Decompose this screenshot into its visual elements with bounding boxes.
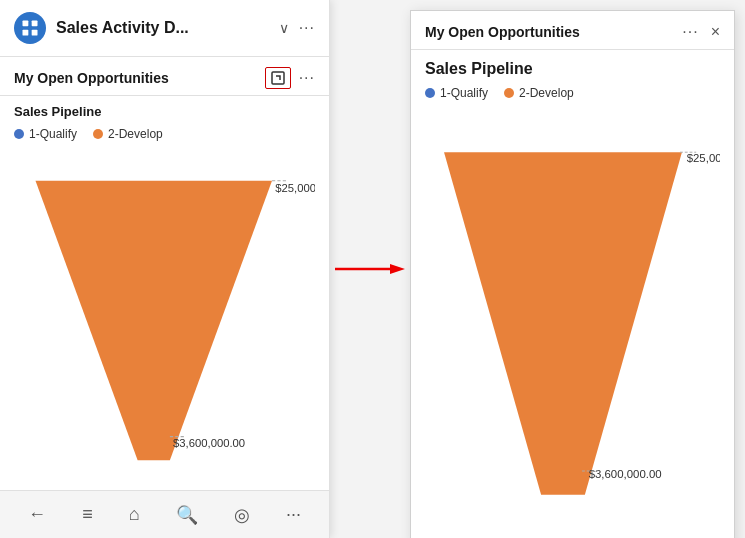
svg-rect-2 (23, 30, 29, 36)
app-title: Sales Activity D... (56, 19, 273, 37)
right-funnel-chart: $25,000.0 $3,600,000.00 (425, 110, 720, 537)
svg-rect-0 (23, 21, 29, 27)
left-header: Sales Activity D... ∨ ··· (0, 0, 329, 57)
svg-rect-1 (32, 21, 38, 27)
right-qualify-label: 1-Qualify (440, 86, 488, 100)
expand-arrow (335, 259, 405, 279)
svg-marker-5 (36, 181, 273, 461)
left-chart-area: $25,000.0 $3,600,000.00 (0, 147, 329, 490)
svg-marker-12 (444, 152, 682, 495)
left-legend: 1-Qualify 2-Develop (0, 123, 329, 147)
scene: Sales Activity D... ∨ ··· My Open Opport… (0, 0, 745, 538)
right-chart-area: $25,000.0 $3,600,000.00 (411, 106, 734, 538)
bottom-nav-bar: ← ≡ ⌂ 🔍 ◎ ··· (0, 490, 329, 538)
chevron-down-icon[interactable]: ∨ (279, 20, 289, 36)
section-title: My Open Opportunities (14, 70, 169, 86)
section-more-button[interactable]: ··· (299, 69, 315, 87)
legend-item-develop: 2-Develop (93, 127, 163, 141)
search-button[interactable]: 🔍 (168, 500, 206, 530)
right-header: My Open Opportunities ··· × (411, 11, 734, 50)
svg-text:$3,600,000.00: $3,600,000.00 (173, 437, 245, 449)
right-develop-label: 2-Develop (519, 86, 574, 100)
expand-button[interactable] (265, 67, 291, 89)
develop-dot (93, 129, 103, 139)
qualify-dot (14, 129, 24, 139)
svg-rect-4 (272, 72, 284, 84)
right-develop-dot (504, 88, 514, 98)
close-button[interactable]: × (711, 23, 720, 41)
chart-label: Sales Pipeline (0, 96, 329, 123)
svg-marker-11 (390, 264, 405, 274)
right-qualify-dot (425, 88, 435, 98)
home-button[interactable]: ⌂ (121, 500, 148, 529)
back-button[interactable]: ← (20, 500, 54, 529)
svg-rect-3 (32, 30, 38, 36)
menu-button[interactable]: ≡ (74, 500, 101, 529)
app-icon (14, 12, 46, 44)
section-actions: ··· (265, 67, 315, 89)
right-legend: 1-Qualify 2-Develop (411, 84, 734, 106)
svg-text:$25,000.0: $25,000.0 (275, 182, 315, 194)
right-panel: My Open Opportunities ··· × Sales Pipeli… (410, 10, 735, 538)
section-header: My Open Opportunities ··· (0, 57, 329, 96)
left-panel: Sales Activity D... ∨ ··· My Open Opport… (0, 0, 330, 538)
right-section-title: My Open Opportunities (425, 24, 580, 40)
nav-more-button[interactable]: ··· (278, 500, 309, 529)
svg-text:$3,600,000.00: $3,600,000.00 (589, 468, 662, 480)
legend-item-qualify: 1-Qualify (14, 127, 77, 141)
develop-label: 2-Develop (108, 127, 163, 141)
app-more-button[interactable]: ··· (299, 19, 315, 37)
qualify-label: 1-Qualify (29, 127, 77, 141)
left-funnel-chart: $25,000.0 $3,600,000.00 (14, 151, 315, 490)
right-legend-item-qualify: 1-Qualify (425, 86, 488, 100)
arrow-container (330, 0, 410, 538)
svg-text:$25,000.0: $25,000.0 (687, 152, 720, 164)
right-chart-label: Sales Pipeline (411, 50, 734, 84)
activity-button[interactable]: ◎ (226, 500, 258, 530)
right-more-button[interactable]: ··· (682, 23, 698, 41)
right-legend-item-develop: 2-Develop (504, 86, 574, 100)
right-header-actions: ··· × (682, 23, 720, 41)
